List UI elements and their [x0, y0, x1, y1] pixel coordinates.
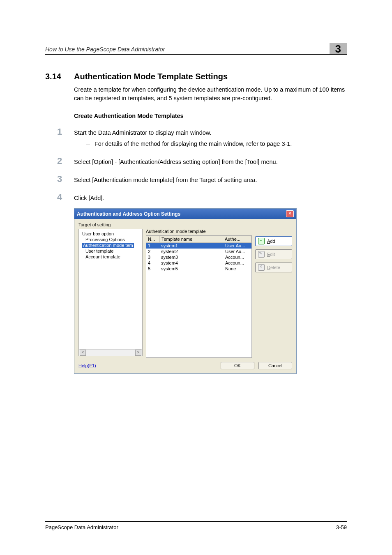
list-title: Authentication mode template: [146, 229, 252, 234]
delete-button[interactable]: Delete: [255, 263, 292, 272]
tree-item-accounttemplate[interactable]: Account template: [80, 254, 141, 260]
footer-doc-title: PageScope Data Administrator: [45, 524, 118, 530]
dialog-titlebar: Authentication and Address Option Settin…: [74, 209, 296, 219]
sub-heading: Create Authentication Mode Templates: [74, 113, 347, 119]
list-row[interactable]: 5 system5 None: [146, 266, 251, 272]
ok-button[interactable]: OK: [221, 362, 254, 369]
step-2: 2 Select [Option] - [Authentication/Addr…: [45, 156, 347, 166]
tree-item-usertemplate[interactable]: User template: [80, 248, 141, 254]
edit-icon: [258, 251, 265, 258]
page-footer: PageScope Data Administrator 3-59: [45, 521, 347, 530]
chapter-number-box: 3: [330, 43, 347, 54]
step-2-text: Select [Option] - [Authentication/Addres…: [74, 158, 347, 166]
step-4-number: 4: [45, 192, 74, 203]
target-tree[interactable]: User box option Processing Options Authe…: [78, 229, 143, 356]
list-header-auth[interactable]: Authe...: [223, 236, 251, 242]
step-3-text: Select [Authentication mode template] fr…: [74, 176, 347, 184]
step-1-sub: – For details of the method for displayi…: [86, 140, 347, 148]
scroll-left-icon[interactable]: <: [80, 350, 86, 356]
add-icon: [258, 238, 265, 244]
step-4: 4 Click [Add].: [45, 192, 347, 203]
tree-item-userbox[interactable]: User box option: [80, 231, 141, 237]
list-row[interactable]: 3 system3 Accoun...: [146, 254, 251, 260]
add-button[interactable]: Add: [255, 236, 292, 246]
list-header-n[interactable]: N...: [146, 236, 160, 242]
footer-page-number: 3-59: [336, 524, 347, 530]
close-icon[interactable]: ×: [286, 210, 294, 217]
tree-item-processing[interactable]: Processing Options: [80, 237, 141, 242]
dash-icon: –: [86, 140, 95, 147]
scroll-right-icon[interactable]: >: [135, 350, 141, 356]
list-row[interactable]: 4 system4 Accoun...: [146, 260, 251, 266]
step-3: 3 Select [Authentication mode template] …: [45, 174, 347, 184]
step-1-sub-text: For details of the method for displaying…: [95, 140, 347, 148]
running-head-text: How to Use the PageScope Data Administra…: [45, 46, 165, 53]
list-header-template[interactable]: Template name: [160, 236, 223, 242]
template-list[interactable]: N... Template name Authe... 1 system1 Us…: [146, 235, 252, 358]
help-link[interactable]: Help(F1): [78, 363, 96, 368]
list-row[interactable]: 1 system1 User Au...: [146, 243, 251, 249]
list-header: N... Template name Authe...: [146, 236, 251, 243]
tree-item-authmode[interactable]: Authentication mode tem: [80, 242, 141, 248]
section-title: Authentication Mode Template Settings: [74, 72, 228, 81]
dialog-window: Authentication and Address Option Settin…: [74, 208, 297, 374]
delete-icon: [258, 264, 265, 271]
step-1: 1 Start the Data Administrator to displa…: [45, 127, 347, 137]
step-4-text: Click [Add].: [74, 194, 347, 203]
dialog-title-text: Authentication and Address Option Settin…: [77, 211, 180, 217]
tree-scrollbar[interactable]: < >: [79, 349, 142, 356]
section-intro: Create a template for when configuring t…: [74, 85, 347, 103]
step-1-text: Start the Data Administrator to display …: [74, 129, 347, 137]
step-1-number: 1: [45, 127, 74, 137]
cancel-button[interactable]: Cancel: [258, 362, 292, 369]
section-number: 3.14: [45, 72, 74, 81]
running-header: How to Use the PageScope Data Administra…: [45, 41, 347, 55]
step-2-number: 2: [45, 156, 74, 166]
target-label: Target of setting: [78, 222, 292, 227]
step-3-number: 3: [45, 174, 74, 184]
edit-button[interactable]: Edit: [255, 249, 292, 259]
list-row[interactable]: 2 system2 User Au...: [146, 249, 251, 254]
